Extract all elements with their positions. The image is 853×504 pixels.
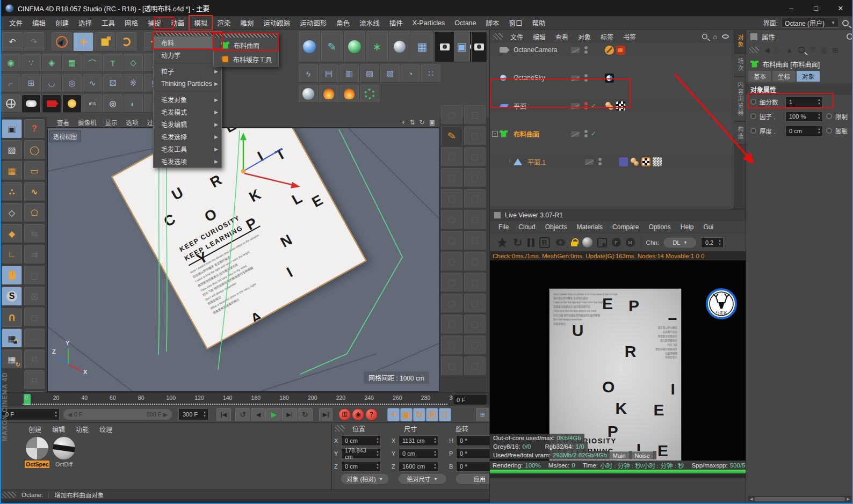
channel-dropdown[interactable]: DL▼ [664, 238, 696, 247]
sample-spinner[interactable]: 0.2▲▼ [701, 237, 724, 248]
search-icon[interactable] [842, 20, 849, 26]
om-menu-文件[interactable]: 文件 [506, 31, 527, 42]
keyframe-help-button[interactable]: ? [365, 408, 378, 421]
mat-menu-纹理[interactable]: 纹理 [95, 423, 117, 435]
modeling-tool-icon[interactable]: ▢ [441, 105, 462, 125]
tag-checker-framed[interactable] [641, 157, 650, 166]
object-row-平面.1[interactable]: └平面.1 [490, 155, 734, 169]
attr-field[interactable]: 1▲▼ [785, 97, 823, 107]
texture-mode-icon[interactable]: ▨ [2, 140, 22, 159]
menu-窗口[interactable]: 窗口 [504, 16, 527, 30]
sun-light-icon[interactable] [62, 94, 82, 113]
modeling-tool-icon[interactable]: ▢ [441, 210, 462, 229]
modeling-tool-icon[interactable]: ▢ [464, 273, 486, 292]
axis-mode-icon[interactable]: ∟ [2, 245, 22, 264]
modeling-tool-icon[interactable]: ▢ [441, 315, 462, 334]
modeling-tool-icon[interactable]: ▢ [464, 315, 486, 334]
area-light-icon[interactable] [21, 94, 41, 113]
menu-item-毛发选项[interactable]: 毛发选项▶ [154, 155, 221, 167]
submenu-item-布料曲面[interactable]: 布料曲面 [214, 38, 278, 52]
lv-menu-materials[interactable]: Materials [572, 222, 607, 232]
menu-流水线[interactable]: 流水线 [355, 16, 385, 30]
lightning-icon[interactable]: ϟ [299, 64, 318, 83]
tag-checker[interactable] [616, 101, 625, 111]
minimize-button[interactable]: – [779, 0, 804, 16]
end-frame-spinner[interactable]: 300 F▲▼ [178, 408, 208, 420]
octane-camera-icon[interactable] [434, 31, 456, 62]
side-tab-构造[interactable]: 构造 [734, 122, 746, 145]
menu-渲染[interactable]: 渲染 [212, 16, 235, 30]
enabled-check[interactable]: ✓ [591, 102, 601, 109]
attr-radio[interactable] [750, 113, 756, 119]
prev-frame-button[interactable]: ◀ [251, 408, 266, 421]
modeling-tool-icon[interactable]: ▢ [464, 356, 486, 376]
close-button[interactable]: ✕ [828, 0, 853, 16]
instance-icon[interactable]: ∵ [21, 54, 41, 72]
attr-radio[interactable] [750, 128, 756, 134]
half-sphere-icon[interactable]: ◐ [124, 94, 143, 113]
rotate-tool-icon[interactable] [116, 32, 136, 52]
submenu-item-布料缓存工具[interactable]: 布料缓存工具 [214, 52, 278, 66]
coord-field[interactable]: 0 cm▲▼ [341, 461, 381, 472]
play-button[interactable]: ▶ [266, 408, 281, 421]
menu-动画[interactable]: 动画 [166, 16, 189, 30]
side-tab-对象[interactable]: 对象 [734, 30, 746, 54]
rotate-workplane-icon[interactable]: ▦↻ [2, 349, 22, 369]
fracture-icon[interactable]: ◈ [42, 54, 61, 72]
clock-icon[interactable]: ◔ [401, 64, 420, 83]
modeling-tool-icon[interactable]: ▢ [441, 168, 462, 187]
globe-icon[interactable] [1, 94, 20, 113]
menu-item-毛发对象[interactable]: 毛发对象▶ [154, 93, 221, 106]
om-menu-对象[interactable]: 对象 [574, 31, 595, 42]
rings-icon[interactable]: ◎ [62, 74, 82, 92]
viewport-rotate-icon[interactable]: ↻ [420, 119, 425, 126]
modeling-tool-icon[interactable]: ▢ [464, 335, 486, 355]
visibility-dot[interactable] [584, 106, 588, 109]
workplane-mode-icon[interactable]: ▦ [2, 161, 22, 180]
tag-noise[interactable] [653, 157, 662, 166]
stitch-tool-icon[interactable]: ▢ [24, 266, 45, 285]
menu-item-布料[interactable]: 布料▶ [154, 36, 221, 49]
object-row-布料曲面[interactable]: −布料曲面✓ [490, 127, 734, 141]
lock-workplane-icon[interactable]: ▦ [2, 328, 22, 348]
sphere-wire-icon[interactable]: ◌ [24, 328, 45, 348]
coord-mode-dropdown[interactable]: 对象 (相对)▼ [341, 474, 388, 484]
attr-filter-icon[interactable]: ▲ [786, 46, 793, 54]
drag-handle[interactable] [2, 492, 16, 498]
menu-插件[interactable]: 插件 [385, 16, 408, 30]
menu-运动图形[interactable]: 运动图形 [295, 16, 331, 30]
visibility-toggle[interactable] [584, 158, 594, 165]
menu-脚本[interactable]: 脚本 [481, 16, 504, 30]
cube-tool-icon[interactable]: ◻ [24, 308, 45, 327]
menu-item-Thinking Particles[interactable]: Thinking Particles▶ [154, 77, 221, 90]
attr-field[interactable]: 100 %▲▼ [785, 111, 823, 122]
modeling-tool-icon[interactable]: ▢ [464, 147, 486, 166]
model-mode-icon[interactable]: ▣ [2, 119, 22, 138]
viewport-maximize-icon[interactable]: ▣ [429, 119, 435, 126]
tag-mat-balls[interactable] [630, 157, 639, 166]
wave-spline-icon[interactable]: ∿ [83, 74, 102, 92]
polygons-mode-icon[interactable]: ◆ [2, 224, 22, 243]
octane-grid-icon[interactable]: ▦ [411, 31, 433, 62]
bridge-tool-icon[interactable]: ⇆ [24, 224, 45, 243]
lv-focus-pin-icon[interactable]: F [612, 238, 621, 247]
mat-menu-编辑[interactable]: 编辑 [47, 423, 70, 435]
menu-Octane[interactable]: Octane [450, 17, 481, 29]
visibility-dot[interactable] [584, 50, 588, 54]
coord-field[interactable]: 1131 cm▲▼ [399, 435, 438, 446]
interface-dropdown[interactable]: Octane (用户)▼ [781, 18, 839, 28]
magnet-icon[interactable]: U [2, 308, 22, 327]
octane-sphere-icon[interactable] [299, 31, 320, 62]
attr-side-radio[interactable] [826, 128, 832, 134]
live-selection-icon[interactable] [52, 32, 72, 52]
tag-octane-camera[interactable] [616, 46, 625, 55]
coord-field[interactable]: 0 cm▲▼ [341, 435, 381, 446]
attr-forward-icon[interactable]: ▷ [775, 46, 780, 54]
poly-select-icon[interactable]: ⬠ [24, 203, 45, 222]
menu-网格[interactable]: 网格 [120, 16, 143, 30]
key-position-button[interactable]: + [387, 408, 400, 421]
rigid-body-icon[interactable]: ▤ [319, 64, 338, 83]
om-search-icon[interactable] [702, 34, 707, 39]
menu-模拟[interactable]: 模拟 [189, 16, 212, 30]
connector-icon[interactable]: ▨ [380, 64, 400, 83]
